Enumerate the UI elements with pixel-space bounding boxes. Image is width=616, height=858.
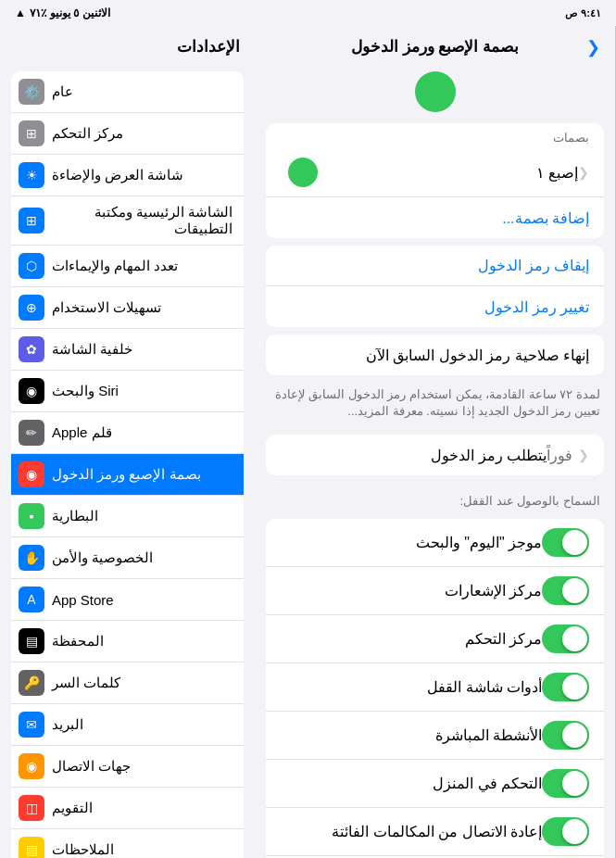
settings-item-16[interactable]: جهات الاتصال◉ [11,746,244,788]
settings-item-0[interactable]: عام⚙️ [11,71,244,113]
settings-item-label-7: Siri والبحث [52,383,119,399]
settings-item-10[interactable]: البطارية▪ [11,496,244,537]
settings-item-icon-18: ▤ [19,837,44,858]
require-passcode-row[interactable]: ❮ فوراً يتطلب رمز الدخول [266,435,604,475]
settings-item-label-13: المحفظة [52,633,104,650]
finger1-label: إصبع ١ [318,164,578,182]
notification-center-toggle[interactable] [542,576,589,605]
live-activities-row[interactable]: الأنشطة المباشرة [266,712,604,760]
today-widgets-row[interactable]: موجز "اليوم" والبحث [266,519,604,567]
settings-item-4[interactable]: تعدد المهام والإيماءات⬡ [11,246,244,287]
lock-section-label: السماح بالوصول عند القفل: [255,483,615,511]
add-fingerprint-row[interactable]: إضافة بصمة... [266,197,604,238]
require-chevron-icon: ❮ [578,448,589,462]
fingerprints-label: بصمات [266,123,604,148]
notification-center-row[interactable]: مركز الإشعارات [266,567,604,615]
today-widgets-toggle[interactable] [542,528,589,557]
settings-item-icon-12: A [19,587,44,612]
settings-item-7[interactable]: Siri والبحث◉ [11,371,244,412]
lock-screen-widgets-toggle[interactable] [542,673,589,701]
settings-item-13[interactable]: المحفظة▤ [11,621,244,662]
settings-list-group: عام⚙️مركز التحكم⊞شاشة العرض والإضاءة☀الش… [11,71,244,858]
status-bar: ٩:٤١ ص الاثنين ٥ يونيو ۷۱٪ ▲ [0,0,616,26]
status-battery: ۷۱٪ [30,6,46,19]
settings-item-11[interactable]: الخصوصية والأمن✋ [11,537,244,579]
require-passcode-group: ❮ فوراً يتطلب رمز الدخول [266,435,604,475]
notification-center-label: مركز الإشعارات [281,582,542,599]
finger1-row[interactable]: ❮ إصبع ١ [266,148,604,197]
require-passcode-label: يتطلب رمز الدخول [281,447,547,464]
settings-item-2[interactable]: شاشة العرض والإضاءة☀ [11,155,244,196]
change-passcode-row[interactable]: تغيير رمز الدخول [266,286,604,327]
settings-item-label-2: شاشة العرض والإضاءة [52,167,183,183]
lock-screen-widgets-row[interactable]: أدوات شاشة القفل [266,663,604,712]
settings-item-icon-2: ☀ [19,162,44,188]
settings-title: الإعدادات [15,37,240,57]
settings-item-label-10: البطارية [52,508,98,524]
back-button[interactable]: ❮ [586,37,600,57]
detail-panel: ❮ بصمة الإصبع ورمز الدخول بصمات ❮ إصبع ١… [255,26,616,858]
settings-item-icon-16: ◉ [19,753,44,779]
settings-item-icon-3: ⊞ [19,208,44,233]
settings-item-icon-17: ◫ [19,795,44,821]
settings-item-15[interactable]: البريد✉ [11,704,244,746]
home-control-label: التحكم في المنزل [281,775,542,792]
settings-item-label-4: تعدد المهام والإيماءات [52,258,178,274]
fingerprint-avatar-circle [415,71,456,112]
settings-item-label-5: تسهيلات الاستخدام [52,299,161,316]
settings-item-label-1: مركز التحكم [52,125,123,142]
passcode-actions-group: إيقاف رمز الدخول تغيير رمز الدخول [266,246,604,327]
finger1-chevron-icon: ❮ [578,165,589,180]
return-calls-row[interactable]: إعادة الاتصال من المكالمات الفائتة [266,808,604,856]
add-fingerprint-label: إضافة بصمة... [281,209,589,227]
settings-item-14[interactable]: كلمات السر🔑 [11,662,244,704]
invalidate-row[interactable]: إنهاء صلاحية رمز الدخول السابق الآن [266,334,604,375]
settings-item-3[interactable]: الشاشة الرئيسية ومكتبة التطبيقات⊞ [11,196,244,246]
control-center-label: مركز التحكم [281,630,542,648]
settings-item-9[interactable]: بصمة الإصبع ورمز الدخول◉ [11,454,244,496]
settings-header: الإعدادات [0,26,255,64]
status-date: الاثنين ٥ يونيو [50,6,110,19]
status-period: ص [565,7,577,19]
return-calls-label: إعادة الاتصال من المكالمات الفائتة [281,823,542,840]
settings-item-icon-8: ✏ [19,420,44,446]
settings-item-label-8: قلم Apple [52,424,112,441]
live-activities-toggle[interactable] [542,721,589,750]
settings-item-icon-15: ✉ [19,712,44,738]
settings-item-label-3: الشاشة الرئيسية ومكتبة التطبيقات [52,204,233,237]
home-control-row[interactable]: التحكم في المنزل [266,760,604,808]
settings-item-label-17: التقويم [52,800,93,816]
home-control-toggle[interactable] [542,769,589,798]
settings-item-icon-14: 🔑 [19,670,44,696]
settings-item-icon-7: ◉ [19,378,44,404]
finger1-avatar [288,158,318,187]
settings-item-12[interactable]: App StoreA [11,579,244,621]
status-time: ٩:٤١ [581,7,601,19]
control-center-row[interactable]: مركز التحكم [266,615,604,663]
control-center-toggle[interactable] [542,625,589,653]
stop-passcode-label: إيقاف رمز الدخول [281,257,589,274]
settings-item-1[interactable]: مركز التحكم⊞ [11,113,244,155]
stop-passcode-row[interactable]: إيقاف رمز الدخول [266,246,604,286]
settings-item-17[interactable]: التقويم◫ [11,788,244,829]
settings-item-8[interactable]: قلم Apple✏ [11,412,244,454]
invalidate-label: إنهاء صلاحية رمز الدخول السابق الآن [281,347,589,364]
lock-screen-widgets-label: أدوات شاشة القفل [281,678,542,696]
settings-item-6[interactable]: خلفية الشاشة✿ [11,329,244,371]
main-container: ❮ بصمة الإصبع ورمز الدخول بصمات ❮ إصبع ١… [0,26,616,858]
settings-item-icon-13: ▤ [19,628,44,654]
settings-item-icon-0: ⚙️ [19,79,44,105]
settings-item-5[interactable]: تسهيلات الاستخدام⊕ [11,287,244,329]
settings-item-label-11: الخصوصية والأمن [52,549,153,566]
fingerprints-group: بصمات ❮ إصبع ١ إضافة بصمة... [266,123,604,238]
settings-item-icon-10: ▪ [19,503,44,529]
live-activities-label: الأنشطة المباشرة [281,726,542,744]
settings-item-18[interactable]: الملاحظات▤ [11,829,244,858]
settings-item-label-9: بصمة الإصبع ورمز الدخول [52,466,201,483]
settings-item-label-16: جهات الاتصال [52,758,131,775]
settings-item-label-14: كلمات السر [52,675,120,691]
settings-item-icon-5: ⊕ [19,295,44,321]
settings-item-label-18: الملاحظات [52,841,114,858]
return-calls-toggle[interactable] [542,817,589,846]
today-widgets-label: موجز "اليوم" والبحث [281,534,542,551]
